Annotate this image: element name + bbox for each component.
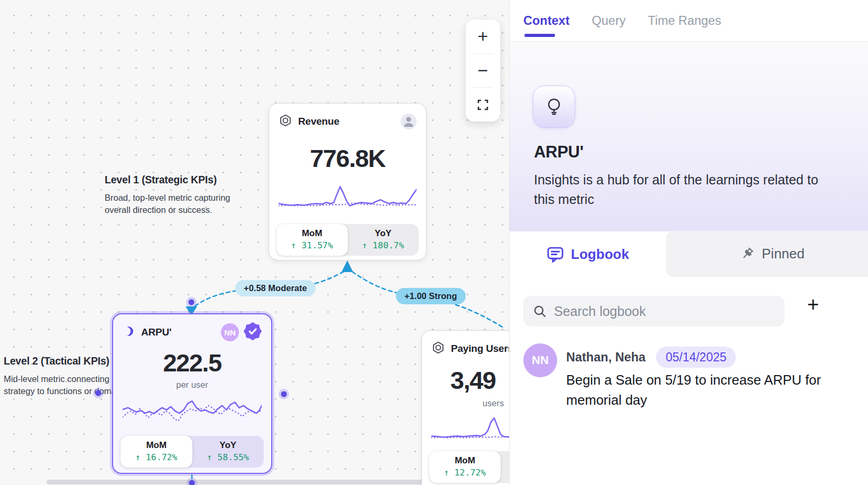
- logbook-icon: [547, 246, 564, 263]
- mom-stat[interactable]: MoM ↑ 31.57%: [276, 224, 348, 256]
- metric-context-hero: ARPU' Insights is a hub for all of the l…: [510, 42, 868, 231]
- insight-tile: [533, 86, 575, 128]
- subtab-logbook[interactable]: Logbook: [510, 231, 666, 277]
- level2-annotation: Level 2 (Tactical KPIs) Mid-level metric…: [4, 355, 130, 397]
- entry-note: Begin a Sale on 5/19 to increase ARPU fo…: [566, 370, 833, 410]
- mom-stat[interactable]: MoM ↑ 12.72%: [429, 451, 501, 483]
- card-title: Revenue: [298, 116, 339, 127]
- zoom-out-button[interactable]: −: [466, 54, 500, 88]
- moon-icon: [123, 325, 135, 340]
- entry-author: Nathan, Neha: [566, 350, 645, 365]
- user-avatar-icon: [401, 114, 417, 129]
- metric-tree-app: Level 1 (Strategic KPIs) Broad, top-leve…: [0, 0, 868, 485]
- panel-metric-description: Insights is a hub for all of the learnin…: [534, 170, 833, 209]
- stat-toggle: MoM ↑ 31.57% YoY ↑ 180.7%: [276, 224, 419, 256]
- correlation-badge-strong[interactable]: +1.00 Strong: [396, 288, 466, 304]
- level2-title: Level 2 (Tactical KPIs): [4, 355, 130, 367]
- panel-metric-title: ARPU': [534, 143, 584, 162]
- fit-view-button[interactable]: [466, 88, 500, 122]
- arrowhead-up-revenue: [341, 260, 353, 272]
- metric-unit: per user: [113, 380, 271, 390]
- metric-value: 776.8K: [269, 144, 426, 173]
- active-tab-indicator: [524, 34, 555, 37]
- metric-card-revenue[interactable]: Revenue 776.8K MoM ↑ 31.57% YoY: [269, 103, 427, 260]
- canvas-zoom-toolbar: + −: [466, 20, 500, 122]
- yoy-stat[interactable]: YoY ↑ 180.7%: [348, 224, 419, 256]
- metric-tree-canvas[interactable]: Level 1 (Strategic KPIs) Broad, top-leve…: [0, 0, 509, 485]
- level1-annotation: Level 1 (Strategic KPIs) Broad, top-leve…: [105, 174, 230, 216]
- sparkline: [123, 396, 262, 427]
- logbook-search: [523, 296, 784, 327]
- entry-date-badge: 05/14/2025: [656, 347, 736, 368]
- level1-description: Broad, top-level metric capturing overal…: [105, 192, 230, 216]
- entry-avatar: NN: [523, 343, 557, 377]
- hexagon-icon: [279, 114, 292, 129]
- card-title: Paying Users': [451, 343, 515, 355]
- level1-title: Level 1 (Strategic KPIs): [105, 174, 230, 186]
- metric-card-arpu[interactable]: ARPU' NN 222.5 per user: [112, 313, 272, 474]
- metric-value: 3,49: [450, 366, 495, 395]
- correlation-badge-moderate[interactable]: +0.58 Moderate: [235, 280, 316, 296]
- fullscreen-icon: [477, 99, 488, 110]
- search-input[interactable]: [554, 304, 775, 319]
- panel-tabs: Context Query Time Ranges: [510, 0, 868, 41]
- yoy-stat[interactable]: YoY ↑ 58.55%: [192, 436, 264, 468]
- card-title: ARPU': [141, 327, 171, 338]
- tab-context[interactable]: Context: [523, 14, 569, 28]
- add-log-entry-button[interactable]: +: [801, 293, 825, 316]
- mom-stat[interactable]: MoM ↑ 16.72%: [121, 436, 192, 468]
- subtab-pinned[interactable]: Pinned: [666, 231, 868, 277]
- search-icon: [533, 304, 547, 319]
- hexagon-icon: [431, 341, 445, 357]
- tab-query[interactable]: Query: [592, 14, 625, 28]
- lightbulb-icon: [543, 96, 565, 118]
- stat-toggle: MoM ↑ 16.72% YoY ↑ 58.55%: [121, 436, 264, 468]
- collaborator-badge: NN: [221, 323, 239, 341]
- tab-time-ranges[interactable]: Time Ranges: [648, 14, 721, 28]
- sparkline: [279, 182, 417, 213]
- pin-icon: [739, 246, 755, 262]
- context-panel: Context Query Time Ranges ARPU' Insights…: [509, 0, 868, 485]
- metric-value: 222.5: [113, 348, 271, 377]
- verified-check-icon: [244, 322, 262, 342]
- zoom-in-button[interactable]: +: [466, 20, 500, 53]
- level2-description: Mid-level metric connecting strategy to …: [4, 373, 130, 397]
